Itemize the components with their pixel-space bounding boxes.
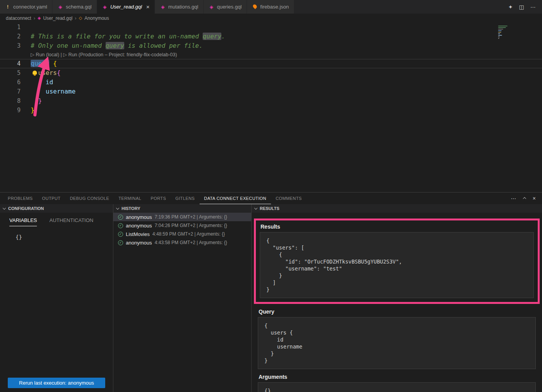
code-line-5[interactable]: 5 users{ [0,68,542,78]
code-editor[interactable]: 1 2# This is a file for you to write an … [0,23,542,192]
tab-queries-gql[interactable]: ◈queries.gql [204,0,247,14]
lightbulb-icon[interactable] [33,71,37,75]
line-number: 2 [0,32,23,41]
tab-firebase-json[interactable]: firebase.json [247,0,294,14]
breadcrumb-file[interactable]: User_read.gql [43,16,72,21]
panel-tab-comments[interactable]: COMMENTS [271,193,306,204]
code-text: } [31,96,42,106]
code-line-1[interactable]: 1 [0,23,542,32]
history-item[interactable]: ✓anonymous4:43:58 PM GMT+2 | Arguments: … [113,238,251,247]
code-text: id [31,78,53,87]
graphql-icon: ◈ [160,4,165,10]
history-item-name: anonymous [126,214,152,220]
symbol-icon: ◇ [79,16,82,21]
run-production-link[interactable]: ▷ Run (Production – Project: friendly-fl… [63,52,177,57]
configuration-tabs: VARIABLES AUTHENTICATION [0,213,113,226]
tab-label: connector.yaml [13,4,47,10]
line-number: 6 [0,78,23,87]
tab-user-read-gql[interactable]: ◈User_read.gql× [97,0,155,14]
panel-tab-terminal[interactable]: TERMINAL [114,193,146,204]
data-connect-execution-view: CONFIGURATION VARIABLES AUTHENTICATION {… [0,204,542,392]
annotation-highlight-box: Results { "users": [ { "id": "OrTucFODZH… [254,219,540,304]
history-item-detail: 7:19:36 PM GMT+2 | Arguments: {} [155,214,227,220]
results-section: RESULTS Results { "users": [ { "id": "Or… [252,204,542,392]
tab-label: queries.gql [217,4,242,10]
close-icon[interactable]: × [146,4,150,10]
code-text: query { [31,59,57,68]
run-local-link[interactable]: ▷ Run (local) [31,52,59,57]
maximize-panel-icon[interactable] [523,197,526,200]
code-text: } [31,106,35,115]
bottom-panel: PROBLEMS OUTPUT DEBUG CONSOLE TERMINAL P… [0,192,542,392]
history-item[interactable]: ✓anonymous7:04:26 PM GMT+2 | Arguments: … [113,221,251,230]
minimap[interactable] [498,24,515,40]
graphql-icon: ◈ [209,4,214,10]
history-section-header[interactable]: HISTORY [113,204,251,213]
split-editor-icon[interactable]: ◫ [519,4,524,10]
tab-mutations-gql[interactable]: ◈mutations.gql [155,0,203,14]
play-icon: ▷ [63,52,67,57]
panel-tab-debug-console[interactable]: DEBUG CONSOLE [65,193,114,204]
editor-tab-bar: !connector.yaml ◈schema.gql ◈User_read.g… [0,0,542,14]
tab-schema-gql[interactable]: ◈schema.gql [52,0,97,14]
tab-label: schema.gql [66,4,91,10]
rerun-last-execution-button[interactable]: Rerun last execution: anonymous [8,378,105,388]
results-title: Results [261,224,534,230]
tab-label: User_read.gql [110,4,142,10]
query-title: Query [259,309,536,315]
close-panel-icon[interactable]: × [533,195,536,201]
chevron-right-icon: › [33,15,35,21]
chevron-down-icon [3,206,6,209]
chevron-down-icon [116,206,119,209]
history-item[interactable]: ✓ListMovies4:48:59 PM GMT+2 | Arguments:… [113,230,251,238]
code-line-9[interactable]: 9} [0,106,542,115]
more-actions-icon[interactable]: ⋯ [511,195,516,201]
code-line-8[interactable]: 8 } [0,96,542,106]
results-json: { "users": [ { "id": "OrTucFODZHTksvBSBU… [260,232,534,298]
success-check-icon: ✓ [118,215,123,220]
breadcrumb: dataconnect › ◈ User_read.gql › ◇ Anonym… [0,14,542,23]
arguments-title: Arguments [259,374,536,380]
copilot-sparkle-icon[interactable]: ✦ [508,4,513,10]
line-number: 3 [0,41,23,50]
code-line-2[interactable]: 2# This is a file for you to write an un… [0,32,542,41]
tab-authentication[interactable]: AUTHENTICATION [49,217,93,226]
codelens-row: ▷ Run (local) | ▷ Run (Production – Proj… [0,50,542,59]
tab-variables[interactable]: VARIABLES [9,217,37,226]
code-line-4[interactable]: 4query { [0,59,542,68]
history-item[interactable]: ✓anonymous7:19:36 PM GMT+2 | Arguments: … [113,213,251,221]
variables-editor[interactable]: {} [16,234,113,240]
line-number: 1 [0,23,23,32]
success-check-icon: ✓ [118,223,123,228]
line-number: 5 [0,68,23,78]
success-check-icon: ✓ [118,240,123,245]
history-item-detail: 4:43:58 PM GMT+2 | Arguments: {} [155,240,227,245]
panel-tab-data-connect-execution[interactable]: DATA CONNECT EXECUTION [200,193,271,204]
line-number: 9 [0,106,23,115]
history-item-name: anonymous [126,223,152,229]
panel-tab-output[interactable]: OUTPUT [37,193,65,204]
tab-label: mutations.gql [168,4,198,10]
panel-tab-gitlens[interactable]: GITLENS [171,193,200,204]
success-check-icon: ✓ [118,232,123,237]
history-item-detail: 7:04:26 PM GMT+2 | Arguments: {} [155,223,227,228]
panel-tab-ports[interactable]: PORTS [146,193,171,204]
line-number: 7 [0,87,23,96]
more-actions-icon[interactable]: ⋯ [530,4,536,10]
chevron-down-icon [254,206,257,209]
code-line-3[interactable]: 3# Only one un-named query is allowed pe… [0,41,542,50]
code-line-7[interactable]: 7 username [0,87,542,96]
code-line-6[interactable]: 6 id [0,78,542,87]
breadcrumb-dataconnect[interactable]: dataconnect [6,16,31,21]
panel-tab-problems[interactable]: PROBLEMS [3,193,37,204]
graphql-file-icon: ◈ [38,16,41,21]
panel-actions: ⋯ × [511,193,542,204]
tab-connector-yaml[interactable]: !connector.yaml [0,0,52,14]
configuration-section-header[interactable]: CONFIGURATION [0,204,113,213]
editor-actions: ✦ ◫ ⋯ [502,0,542,14]
tab-bar-spacer [294,0,502,14]
breadcrumb-symbol[interactable]: Anonymous [84,16,109,21]
history-item-detail: 4:48:59 PM GMT+2 | Arguments: {} [152,231,225,237]
panel-tab-bar: PROBLEMS OUTPUT DEBUG CONSOLE TERMINAL P… [0,193,542,204]
results-section-header[interactable]: RESULTS [252,204,542,213]
